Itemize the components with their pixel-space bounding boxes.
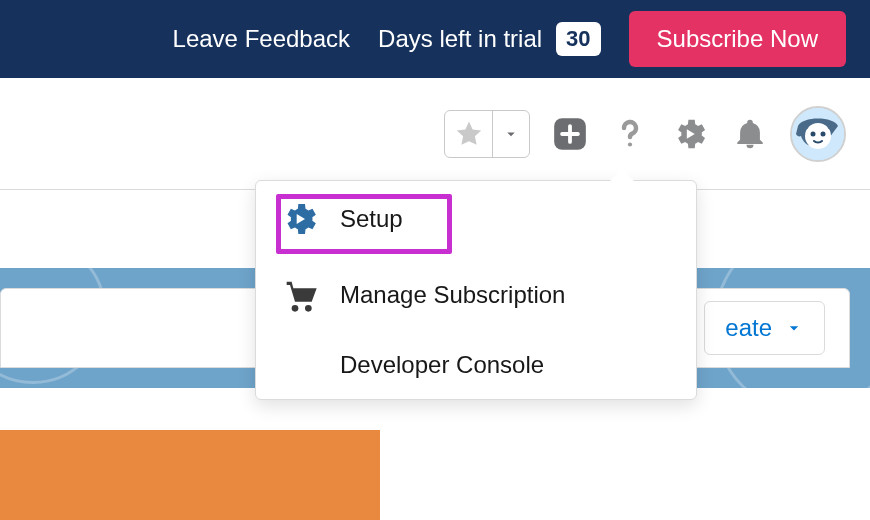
leave-feedback-link[interactable]: Leave Feedback [173,25,350,53]
setup-menu-item-developer-console[interactable]: Developer Console [256,333,696,399]
svg-point-1 [628,142,632,146]
menu-item-label: Manage Subscription [340,281,565,309]
svg-point-8 [292,305,299,312]
svg-point-6 [802,122,809,129]
decorative-shape [0,430,380,520]
menu-item-label: Developer Console [340,351,544,379]
bell-icon [733,117,767,151]
notifications-button[interactable] [730,114,770,154]
cart-icon [280,275,320,315]
global-actions-button[interactable] [550,114,590,154]
help-button[interactable] [610,114,650,154]
favorites-dropdown-button[interactable] [493,111,529,157]
subscribe-now-button[interactable]: Subscribe Now [629,11,846,67]
svg-point-5 [821,131,826,136]
setup-menu-item-setup[interactable]: Setup [256,181,696,257]
setup-gear-button[interactable] [670,114,710,154]
create-button-label: eate [725,314,772,342]
global-header [0,78,870,190]
trial-days: Days left in trial 30 [378,22,601,56]
menu-item-label: Setup [340,205,403,233]
favorites-group [444,110,530,158]
gear-icon [671,115,709,153]
setup-menu: Setup Manage Subscription Developer Cons… [255,180,697,400]
svg-point-7 [828,122,835,129]
question-icon [612,116,648,152]
plus-icon [551,115,589,153]
avatar-icon [790,106,846,162]
gear-icon [280,199,320,239]
trial-bar: Leave Feedback Days left in trial 30 Sub… [0,0,870,78]
svg-point-3 [805,123,831,149]
svg-point-9 [305,305,312,312]
trial-days-count: 30 [556,22,600,56]
user-avatar[interactable] [790,106,846,162]
chevron-down-icon [502,125,520,143]
star-icon [454,119,484,149]
setup-menu-item-manage-subscription[interactable]: Manage Subscription [256,257,696,333]
chevron-down-icon [784,318,804,338]
svg-point-4 [811,131,816,136]
favorite-star-button[interactable] [445,111,493,157]
trial-days-label: Days left in trial [378,25,542,53]
create-button[interactable]: eate [704,301,825,355]
